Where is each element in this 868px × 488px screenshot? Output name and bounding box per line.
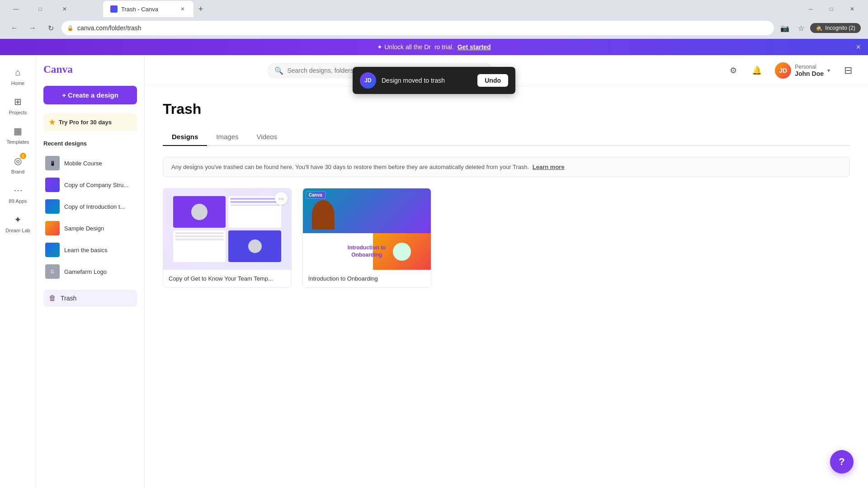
user-name: John Doe (795, 70, 824, 77)
win-close-button[interactable]: ✕ (842, 2, 863, 16)
learn-more-link[interactable]: Learn more (533, 164, 565, 170)
promo-banner: ✦ Unlock all the Dr ro trial. Get starte… (0, 39, 868, 55)
help-icon: ? (839, 456, 844, 468)
projects-icon: ⊞ (12, 95, 24, 108)
new-tab-button[interactable]: + (194, 3, 207, 15)
avatar: JD (775, 62, 791, 79)
toast-avatar: JD (360, 72, 376, 89)
sidebar: ⌂ Home ⊞ Projects ▦ Templates ◎ 1 Brand … (0, 55, 36, 488)
user-type: Personal (795, 64, 824, 70)
recent-name-mobile-course: Mobile Course (64, 160, 135, 167)
card-menu-team[interactable]: ··· (275, 192, 288, 205)
forward-button[interactable]: → (25, 21, 40, 35)
recent-name-gamefarm: Gamefarm Logo (64, 268, 135, 275)
trash-icon: 🗑 (49, 294, 56, 302)
browser-tab-active[interactable]: Trash - Canva ✕ (103, 1, 193, 17)
sidebar-item-home-label: Home (11, 80, 24, 86)
star-icon: ★ (49, 118, 55, 127)
recent-designs-label: Recent designs (43, 140, 137, 147)
maximize-button[interactable]: □ (30, 2, 51, 16)
grid-view-button[interactable]: ⊟ (839, 61, 857, 80)
trash-nav-item[interactable]: 🗑 Trash (43, 290, 137, 307)
notifications-button[interactable]: 🔔 (748, 61, 766, 80)
recent-item-mobile-course[interactable]: 📱 Mobile Course (43, 152, 137, 174)
design-card-team[interactable]: ··· Copy of Get to Know Your Team Temp..… (163, 188, 292, 288)
try-pro-label: Try Pro for 30 days (59, 119, 112, 126)
address-bar[interactable]: 🔒 canva.com/folder/trash (61, 21, 774, 35)
tab-title: Trash - Canva (121, 6, 158, 13)
recent-name-company: Copy of Company Stru... (64, 182, 135, 188)
sidebar-item-brand-label: Brand (11, 169, 24, 175)
designs-grid: ··· Copy of Get to Know Your Team Temp..… (163, 188, 850, 288)
user-avatar-button[interactable]: JD Personal John Doe ▾ (771, 61, 834, 80)
sidebar-item-dreamlab-label: Dream Lab (5, 228, 30, 234)
recent-thumb-company (45, 178, 60, 192)
sidebar-item-templates[interactable]: ▦ Templates (2, 121, 34, 149)
banner-close-button[interactable]: × (856, 42, 861, 52)
win-minimize-button[interactable]: ─ (800, 2, 821, 16)
tab-videos[interactable]: Videos (248, 128, 287, 146)
promo-suffix: ro trial. (434, 43, 454, 51)
settings-button[interactable]: ⚙ (724, 61, 742, 80)
dreamlab-icon: ✦ (12, 213, 24, 226)
incognito-badge[interactable]: 🕵 Incognito (2) (810, 23, 861, 33)
chevron-down-icon: ▾ (827, 67, 830, 74)
undo-button[interactable]: Undo (477, 74, 508, 87)
page-body: Trash Designs Images Videos Any designs … (145, 86, 868, 488)
recent-item-learn[interactable]: Learn the basics (43, 239, 137, 261)
brand-icon: ◎ 1 (12, 155, 24, 167)
recent-item-intro[interactable]: Copy of Introduction t... (43, 196, 137, 217)
refresh-button[interactable]: ↻ (43, 21, 58, 35)
recent-name-sample: Sample Design (64, 225, 135, 232)
tab-favicon (110, 5, 118, 13)
tab-close-button[interactable]: ✕ (179, 5, 186, 13)
win-maximize-button[interactable]: □ (821, 2, 842, 16)
minimize-button[interactable]: — (5, 2, 26, 16)
avatar-info: Personal John Doe (795, 64, 824, 77)
canva-logo[interactable]: Canva (43, 62, 137, 77)
camera-icon[interactable]: 📷 (778, 21, 792, 35)
promo-cta-link[interactable]: Get started (458, 43, 491, 51)
top-bar-actions: ⚙ 🔔 JD Personal John Doe ▾ ⊟ (724, 61, 857, 80)
card-thumb-onboarding: Canva Introduction toOnboarding (303, 188, 431, 270)
recent-item-gamefarm[interactable]: G Gamefarm Logo (43, 261, 137, 282)
recent-item-company[interactable]: Copy of Company Stru... (43, 174, 137, 196)
apps-icon: ⋯ (12, 184, 24, 197)
sidebar-item-templates-label: Templates (6, 139, 29, 145)
toast-notification: JD Design moved to trash Undo (353, 67, 515, 94)
tab-images[interactable]: Images (207, 128, 247, 146)
design-card-onboarding[interactable]: Canva Introduction toOnboarding Introduc… (302, 188, 431, 288)
try-pro-button[interactable]: ★ Try Pro for 30 days (43, 113, 137, 131)
recent-item-sample[interactable]: Sample Design (43, 217, 137, 239)
recent-thumb-intro (45, 199, 60, 214)
sidebar-item-projects[interactable]: ⊞ Projects (2, 92, 34, 119)
svg-text:Canva: Canva (43, 64, 73, 75)
back-button[interactable]: ← (7, 21, 22, 35)
sidebar-item-brand[interactable]: ◎ 1 Brand (2, 151, 34, 178)
home-icon: ⌂ (12, 66, 24, 79)
sidebar-item-projects-label: Projects (9, 110, 27, 116)
recent-thumb-learn (45, 243, 60, 257)
close-button[interactable]: ✕ (54, 2, 75, 16)
create-design-button[interactable]: + Create a design (43, 86, 137, 104)
sidebar-item-home[interactable]: ⌂ Home (2, 62, 34, 90)
sidebar-item-dreamlab[interactable]: ✦ Dream Lab (2, 210, 34, 237)
help-button[interactable]: ? (830, 450, 854, 474)
tabs: Designs Images Videos (163, 128, 850, 146)
sidebar-item-apps-label: 89 Apps (9, 198, 27, 204)
bookmark-icon[interactable]: ☆ (794, 21, 808, 35)
card-label-team: Copy of Get to Know Your Team Temp... (163, 270, 291, 287)
tab-designs[interactable]: Designs (163, 128, 207, 146)
info-text: Any designs you've trashed can be found … (171, 164, 529, 170)
recent-thumb-gamefarm: G (45, 264, 60, 279)
sidebar-item-apps[interactable]: ⋯ 89 Apps (2, 180, 34, 208)
brand-badge: 1 (20, 153, 26, 159)
card-label-onboarding: Introduction to Onboarding (303, 270, 431, 287)
main-content: 🔍 ⚙ 🔔 JD Personal John Doe ▾ ⊟ (145, 55, 868, 488)
toast-avatar-initials: JD (364, 77, 371, 84)
recent-name-learn: Learn the basics (64, 247, 135, 253)
templates-icon: ▦ (12, 125, 24, 137)
incognito-label: Incognito (2) (825, 25, 855, 31)
promo-text: ✦ Unlock all the Dr (377, 43, 431, 51)
info-bar: Any designs you've trashed can be found … (163, 157, 850, 177)
